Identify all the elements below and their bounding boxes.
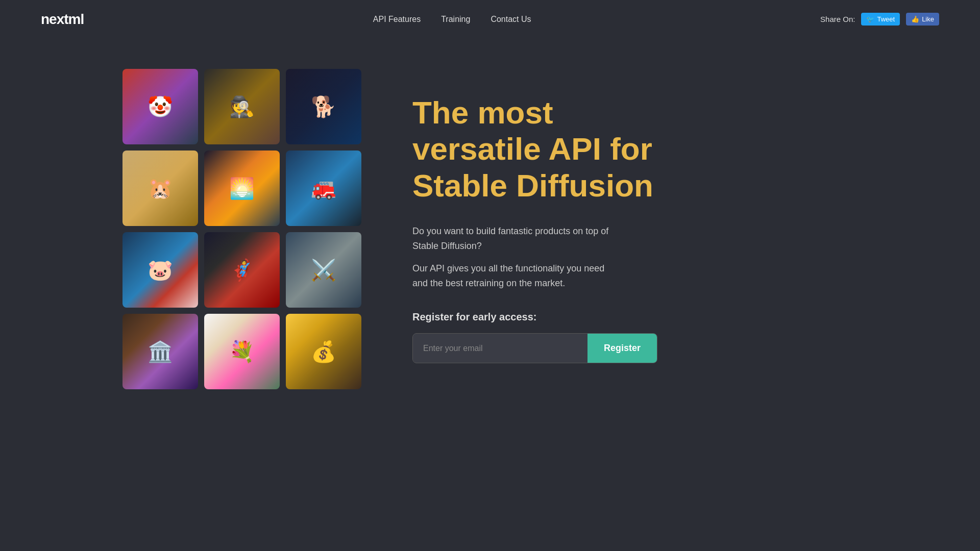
sunset-image: 🌅 [204, 151, 280, 226]
description1: Do you want to build fantastic products … [412, 224, 617, 254]
main-nav: API Features Training Contact Us [373, 15, 531, 24]
register-button[interactable]: Register [587, 334, 657, 363]
grid-cell-11: 💐 [204, 314, 280, 389]
nav-training[interactable]: Training [441, 15, 470, 24]
grid-cell-9: ⚔️ [286, 232, 361, 308]
grid-cell-7: 🐷 [122, 232, 198, 308]
tweet-label: Tweet [877, 15, 895, 23]
twitter-icon: 🐦 [866, 15, 874, 23]
email-input[interactable] [413, 335, 587, 362]
grid-cell-3: 🐕 [286, 69, 361, 144]
grid-cell-1: 🤡 [122, 69, 198, 144]
like-label: Like [922, 15, 934, 23]
nav-contact-us[interactable]: Contact Us [491, 15, 531, 24]
share-label: Share On: [820, 15, 855, 23]
dog-lightsaber-image: 🐕 [286, 69, 361, 144]
pig-space-image: 🐷 [122, 232, 198, 308]
register-label: Register for early access: [412, 311, 857, 323]
clown-image: 🤡 [122, 69, 198, 144]
title-line3: Stable Diffusion [412, 168, 653, 203]
grid-cell-5: 🌅 [204, 151, 280, 226]
like-button[interactable]: 👍 Like [906, 13, 939, 26]
grid-cell-4: 🐹 [122, 151, 198, 226]
image-grid: 🤡 🕵️ 🐕 🐹 🌅 🚒 🐷 🦸 ⚔️ 🏛️ 💐 [122, 69, 361, 389]
superman-image: 🦸 [204, 232, 280, 308]
hero-content: The most versatile API for Stable Diffus… [412, 69, 857, 363]
facebook-icon: 👍 [911, 15, 919, 23]
share-section: Share On: 🐦 Tweet 👍 Like [820, 13, 939, 26]
nav-api-features[interactable]: API Features [373, 15, 421, 24]
main-content: 🤡 🕵️ 🐕 🐹 🌅 🚒 🐷 🦸 ⚔️ 🏛️ 💐 [0, 38, 980, 420]
detective-image: 🕵️ [204, 69, 280, 144]
title-line1: The most [412, 95, 553, 130]
temple-image: 🏛️ [122, 314, 198, 389]
grid-cell-2: 🕵️ [204, 69, 280, 144]
register-form: Register [412, 333, 657, 363]
fire-truck-image: 🚒 [286, 151, 361, 226]
grid-cell-12: 💰 [286, 314, 361, 389]
flowers-image: 💐 [204, 314, 280, 389]
grid-cell-8: 🦸 [204, 232, 280, 308]
hero-title: The most versatile API for Stable Diffus… [412, 94, 857, 204]
title-line2: versatile API for [412, 131, 652, 166]
grid-cell-6: 🚒 [286, 151, 361, 226]
warrior-image: ⚔️ [286, 232, 361, 308]
logo: nextml [41, 11, 84, 28]
grid-cell-10: 🏛️ [122, 314, 198, 389]
description2: Our API gives you all the functionality … [412, 261, 617, 291]
hamster-image: 🐹 [122, 151, 198, 226]
header: nextml API Features Training Contact Us … [0, 0, 980, 38]
tweet-button[interactable]: 🐦 Tweet [861, 13, 900, 26]
treasure-chest-image: 💰 [286, 314, 361, 389]
